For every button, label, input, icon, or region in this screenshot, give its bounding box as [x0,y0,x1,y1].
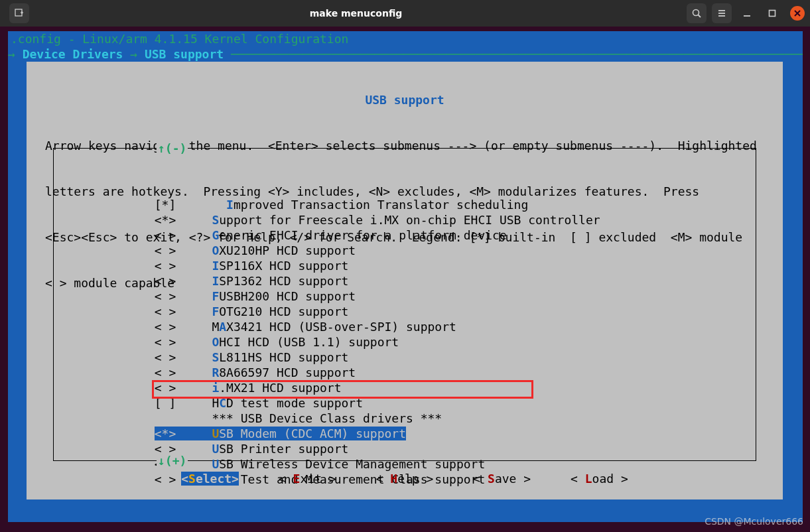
breadcrumb-seg2: USB support [145,47,224,61]
window-title: make menuconfig [310,6,403,21]
menu-item[interactable]: <*> Support for Freescale i.MX on-chip E… [54,212,756,228]
search-button[interactable] [687,3,707,23]
menu-item[interactable]: < > OHCI HCD (USB 1.1) support [54,334,756,350]
svg-point-3 [693,10,699,16]
menu-item[interactable]: < > MAX3421 HCD (USB-over-SPI) support [54,319,756,334]
exit-button[interactable]: < Exit > [279,472,336,486]
scroll-up-indicator: ↑(-) [157,141,188,156]
close-icon [793,9,801,17]
menu-item[interactable]: < > ISP1362 HCD support [54,273,756,289]
watermark: CSDN @Mculover666 [705,514,803,529]
load-button[interactable]: < Load > [571,472,628,486]
terminal[interactable]: .config - Linux/arm 4.1.15 Kernel Config… [8,31,803,522]
titlebar: make menuconfig [0,0,810,27]
menu-item[interactable]: <*> USB Modem (CDC ACM) support [54,426,406,441]
button-row: <Select>< Exit >< Help >< Save >< Load > [27,471,783,486]
menu-item[interactable]: < > R8A66597 HCD support [54,365,756,380]
select-button[interactable]: <Select> [181,472,239,486]
breadcrumb-seg1: Device Drivers [23,47,123,61]
scroll-down-indicator: ↓(+) [157,453,188,468]
menu-list-frame: ↑(-) [*] Improved Transaction Translator… [53,148,756,461]
hamburger-icon [716,8,727,19]
menu-item[interactable]: < > Generic EHCI driver for a platform d… [54,228,756,243]
search-icon [691,8,702,19]
maximize-button[interactable] [762,3,782,23]
minimize-button[interactable] [737,3,757,23]
new-tab-icon [14,8,25,19]
menu-item[interactable]: < > SL811HS HCD support [54,350,756,365]
menu-items[interactable]: [*] Improved Transaction Translator sche… [54,194,756,487]
config-header: .config - Linux/arm 4.1.15 Kernel Config… [8,31,803,46]
menu-item[interactable]: < > ISP116X HCD support [54,258,756,273]
menu-item[interactable]: < > OXU210HP HCD support [54,243,756,258]
save-button[interactable]: < Save > [473,472,531,486]
menu-button[interactable] [712,3,732,23]
breadcrumb-rule: ────────────────────────────────────────… [231,46,803,62]
panel-title: USB support [27,92,783,107]
minimize-icon [742,9,752,18]
maximize-icon [768,9,777,18]
breadcrumb: → Device Drivers → USB support ─────────… [8,46,803,62]
svg-line-4 [698,15,701,18]
new-tab-button[interactable] [9,3,29,23]
menu-item[interactable]: *** USB Device Class drivers *** [54,411,756,426]
menu-panel: USB support Arrow keys navigate the menu… [27,62,783,499]
menu-item[interactable]: < > i.MX21 HCD support [54,380,756,395]
menu-item[interactable]: [*] Improved Transaction Translator sche… [54,197,756,212]
menu-item[interactable]: < > FOTG210 HCD support [54,304,756,319]
menu-item[interactable]: [ ] HCD test mode support [54,395,756,411]
close-button[interactable] [790,6,805,21]
menu-item[interactable]: < > FUSBH200 HCD support [54,289,756,304]
svg-rect-9 [769,11,775,17]
help-button[interactable]: < Help > [376,472,434,486]
